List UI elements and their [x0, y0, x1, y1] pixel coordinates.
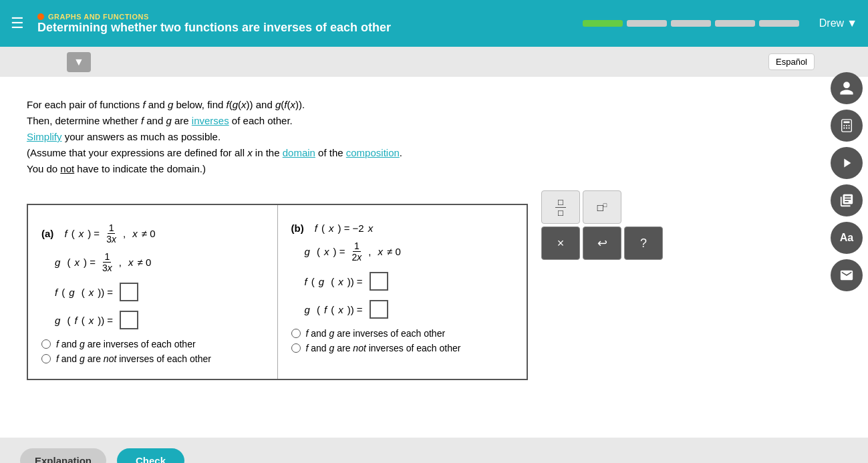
radio-b-inverses[interactable]: f and g are inverses of each other — [291, 328, 514, 339]
instruction-line2: Then, determine whether f and g are inve… — [27, 113, 841, 129]
progress-seg-2 — [627, 20, 667, 27]
page-title: Determining whether two functions are in… — [37, 21, 583, 35]
math-toolbar: □ □ □□ × ↩ ? — [541, 190, 663, 260]
problem-b-label: (b) f(x) = −2x — [291, 222, 514, 234]
svg-rect-1 — [843, 122, 849, 124]
composition-link[interactable]: composition — [346, 147, 400, 158]
progress-seg-4 — [715, 20, 755, 27]
svg-point-6 — [846, 128, 847, 129]
mail-icon-button[interactable] — [831, 259, 863, 291]
explanation-button[interactable]: Explanation — [20, 448, 106, 463]
problem-a-label: (a) f(x) = 1 3x , x ≠ 0 — [41, 222, 264, 245]
header-title-block: GRAPHS AND FUNCTIONS Determining whether… — [37, 13, 583, 35]
instruction-line3: Simplify your answers as much as possibl… — [27, 129, 841, 145]
play-icon-button[interactable] — [831, 147, 863, 179]
check-button[interactable]: Check — [117, 448, 184, 463]
problem-a-fg: f(g (x)) = — [55, 283, 264, 301]
radio-a-inverses[interactable]: f and g are inverses of each other — [41, 339, 264, 349]
inverses-link[interactable]: inverses — [192, 115, 229, 126]
right-sidebar: Aa — [825, 67, 868, 297]
input-b-fg[interactable] — [370, 272, 388, 291]
hamburger-menu[interactable]: ☰ — [11, 15, 24, 32]
main-content: For each pair of functions f and g below… — [0, 77, 868, 438]
radio-circle-a-no[interactable] — [41, 354, 51, 363]
calculator-icon-button[interactable] — [831, 110, 863, 142]
progress-seg-5 — [759, 20, 799, 27]
domain-link[interactable]: domain — [283, 147, 315, 158]
help-button[interactable]: ? — [624, 226, 663, 260]
font-size-label: Aa — [840, 232, 853, 244]
fraction-1-3x-a: 1 3x — [105, 222, 118, 245]
font-size-icon-button[interactable]: Aa — [831, 222, 863, 254]
clear-button[interactable]: × — [541, 226, 580, 260]
radio-circle-b-yes[interactable] — [291, 329, 301, 338]
radio-b-not-inverses[interactable]: f and g are not inverses of each other — [291, 343, 514, 353]
problem-b-gf: g (f(x)) = — [305, 300, 514, 319]
instruction-line1: For each pair of functions f and g below… — [27, 97, 841, 113]
simplify-link[interactable]: Simplify — [27, 131, 62, 142]
dropdown-bar: ▼ Español — [0, 47, 868, 77]
radio-group-a: f and g are inverses of each other f and… — [41, 339, 264, 364]
radio-circle-a-yes[interactable] — [41, 339, 51, 349]
svg-point-2 — [843, 125, 845, 126]
progress-bar — [583, 20, 799, 27]
fraction-button[interactable]: □ □ — [541, 190, 580, 224]
chevron-down-icon: ▼ — [847, 17, 857, 29]
input-b-gf[interactable] — [370, 300, 388, 319]
footer: Explanation Check — [0, 438, 868, 463]
espanol-button[interactable]: Español — [768, 53, 815, 70]
input-a-fg[interactable] — [120, 283, 138, 301]
problem-a-g-def: g (x) = 1 3x , x ≠ 0 — [55, 251, 264, 273]
app-header: ☰ GRAPHS AND FUNCTIONS Determining wheth… — [0, 0, 868, 47]
instruction-line5: You do not have to indicate the domain.) — [27, 161, 841, 177]
person-icon-button[interactable] — [831, 72, 863, 104]
problem-col-b: (b) f(x) = −2x g (x) = 1 2x , x ≠ 0 f(g … — [278, 205, 527, 379]
svg-point-4 — [849, 125, 850, 126]
user-menu-button[interactable]: Drew ▼ — [819, 17, 857, 29]
toolbar-row-1: □ □ □□ — [541, 190, 663, 224]
problem-b-fg: f(g (x)) = — [305, 272, 514, 291]
progress-seg-1 — [583, 20, 623, 27]
svg-point-5 — [843, 128, 845, 129]
dropdown-toggle-button[interactable]: ▼ — [67, 52, 91, 72]
subtitle-text: GRAPHS AND FUNCTIONS — [48, 13, 149, 21]
undo-button[interactable]: ↩ — [583, 226, 621, 260]
header-subtitle: GRAPHS AND FUNCTIONS — [37, 13, 583, 21]
book-icon-button[interactable] — [831, 184, 863, 216]
input-a-gf[interactable] — [120, 311, 138, 329]
user-name: Drew — [819, 17, 844, 29]
progress-seg-3 — [671, 20, 711, 27]
problem-b-g-def: g (x) = 1 2x , x ≠ 0 — [305, 241, 514, 263]
svg-point-7 — [849, 128, 850, 129]
instructions-block: For each pair of functions f and g below… — [27, 97, 841, 177]
fraction-1-2x-b: 1 2x — [350, 241, 363, 263]
radio-a-not-inverses[interactable]: f and g are not inverses of each other — [41, 353, 264, 364]
fraction-1-3x-a2: 1 3x — [101, 251, 114, 273]
instruction-line4: (Assume that your expressions are define… — [27, 145, 841, 161]
svg-point-3 — [846, 125, 847, 126]
toolbar-row-2: × ↩ ? — [541, 226, 663, 260]
problem-grid: (a) f(x) = 1 3x , x ≠ 0 g (x) = 1 3x , x… — [27, 204, 528, 380]
radio-circle-b-no[interactable] — [291, 343, 301, 353]
problem-col-a: (a) f(x) = 1 3x , x ≠ 0 g (x) = 1 3x , x… — [28, 205, 278, 379]
orange-dot-icon — [37, 13, 44, 20]
problem-a-gf: g (f(x)) = — [55, 311, 264, 329]
radio-group-b: f and g are inverses of each other f and… — [291, 328, 514, 353]
superscript-button[interactable]: □□ — [583, 190, 621, 224]
